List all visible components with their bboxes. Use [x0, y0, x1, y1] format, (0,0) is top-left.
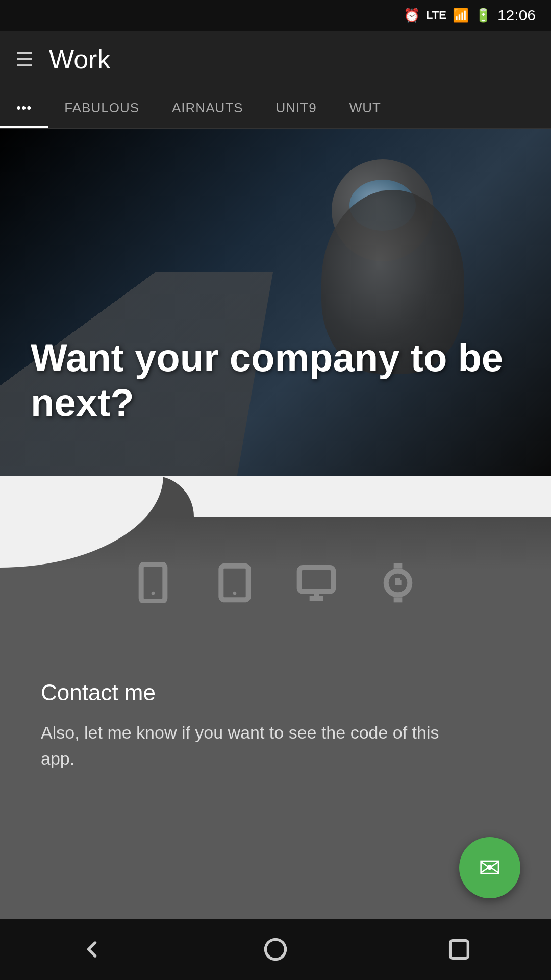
watch-icon: [378, 562, 418, 603]
tab-fabulous-label: FABULOUS: [64, 100, 139, 116]
tab-wut[interactable]: WUT: [333, 88, 397, 128]
tab-wut-label: WUT: [349, 100, 381, 116]
app-bar: ☰ Work: [0, 31, 551, 88]
svg-point-12: [266, 940, 286, 960]
status-bar: ⏰ LTE 📶 🔋 12:06: [0, 0, 551, 31]
lte-icon: LTE: [426, 9, 446, 22]
tab-airnauts-label: AIRNAUTS: [172, 100, 243, 116]
nav-back-button[interactable]: [66, 924, 117, 975]
smartphone-icon: [133, 562, 173, 603]
svg-rect-2: [221, 566, 248, 600]
hero-text-container: Want your company to be next?: [31, 335, 520, 425]
navigation-bar: [0, 919, 551, 980]
battery-icon: 🔋: [475, 8, 491, 23]
tab-bar: ••• FABULOUS AIRNAUTS UNIT9 WUT: [0, 88, 551, 129]
svg-rect-4: [299, 568, 334, 592]
email-fab-button[interactable]: ✉: [459, 837, 520, 898]
tablet-icon: [214, 562, 255, 603]
hero-section: Want your company to be next?: [0, 129, 551, 476]
hamburger-menu-icon[interactable]: ☰: [15, 49, 34, 69]
contact-section: Contact me Also, let me know if you want…: [0, 649, 551, 955]
tab-airnauts[interactable]: AIRNAUTS: [156, 88, 259, 128]
device-section: [0, 517, 551, 649]
hero-headline: Want your company to be next?: [31, 335, 520, 425]
contact-description: Also, let me know if you want to see the…: [41, 720, 449, 772]
status-time: 12:06: [497, 7, 536, 24]
monitor-icon: [296, 562, 337, 603]
tab-dots[interactable]: •••: [0, 88, 48, 128]
tab-fabulous[interactable]: FABULOUS: [48, 88, 156, 128]
svg-rect-13: [450, 941, 468, 959]
nav-home-button[interactable]: [250, 924, 301, 975]
contact-title: Contact me: [41, 680, 510, 705]
alarm-icon: ⏰: [404, 8, 420, 23]
tab-unit9-label: UNIT9: [276, 100, 317, 116]
tab-unit9[interactable]: UNIT9: [260, 88, 333, 128]
svg-rect-0: [141, 564, 165, 601]
status-icons: ⏰ LTE 📶 🔋 12:06: [404, 7, 536, 24]
tab-dots-label: •••: [16, 100, 32, 116]
app-title: Work: [49, 44, 110, 75]
email-icon: ✉: [479, 852, 501, 883]
signal-icon: 📶: [453, 8, 469, 23]
nav-recents-button[interactable]: [434, 924, 485, 975]
